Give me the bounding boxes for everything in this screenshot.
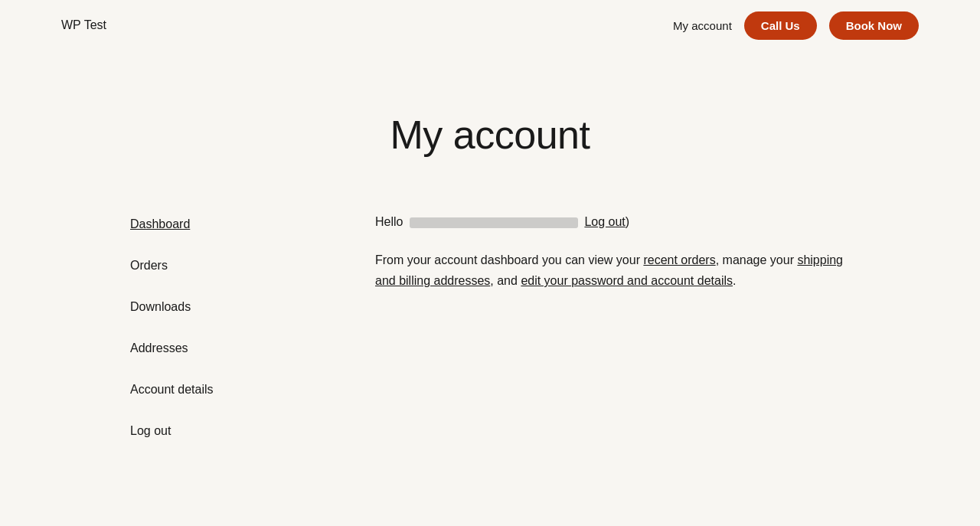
dashboard-text-4: . [733,274,736,287]
book-now-button[interactable]: Book Now [829,11,919,40]
sidebar-item-downloads[interactable]: Downloads [130,286,314,328]
dashboard-text-1: From your account dashboard you can view… [375,253,640,266]
sidebar-item-addresses[interactable]: Addresses [130,328,314,369]
recent-orders-link[interactable]: recent orders [643,253,715,266]
account-content: Hello Log out) From your account dashboa… [375,204,850,452]
hello-greeting: Hello Log out) [375,213,850,231]
page-title-area: My account [0,51,980,204]
hello-prefix: Hello [375,215,403,228]
dashboard-description: From your account dashboard you can view… [375,250,850,291]
header-right: My account Call Us Book Now [673,11,919,40]
sidebar-item-orders[interactable]: Orders [130,245,314,286]
site-header: WP Test My account Call Us Book Now [0,0,980,51]
logout-link-inline[interactable]: Log out [584,215,625,228]
my-account-nav-link[interactable]: My account [673,19,732,32]
dashboard-text-3: , and [490,274,518,287]
site-logo[interactable]: WP Test [61,18,106,32]
sidebar-item-account-details[interactable]: Account details [130,369,314,410]
main-content: Dashboard Orders Downloads Addresses Acc… [69,204,911,452]
dashboard-text-2: , manage your [716,253,794,266]
call-us-button[interactable]: Call Us [744,11,817,40]
page-title: My account [15,112,965,158]
username-redacted [410,217,578,228]
sidebar-nav: Dashboard Orders Downloads Addresses Acc… [130,204,314,452]
logout-paren: ) [626,215,629,228]
header-left: WP Test [61,18,106,32]
account-details-link[interactable]: edit your password and account details [521,274,733,287]
sidebar-item-logout[interactable]: Log out [130,410,314,452]
sidebar-item-dashboard[interactable]: Dashboard [130,204,314,245]
